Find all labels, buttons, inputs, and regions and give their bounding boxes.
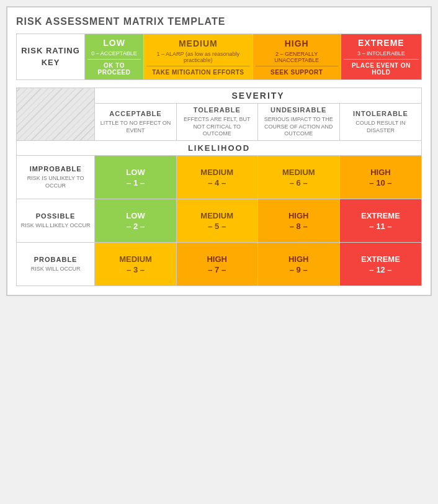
cell-2-1-rating: HIGH [179, 254, 255, 264]
cell-0-3-rating: HIGH [342, 168, 419, 177]
key-label: RISK RATING KEY [17, 34, 85, 80]
key-medium-cell: MEDIUM 1 – ALARP (as low as reasonably p… [144, 34, 253, 80]
table-row: PROBABLE RISK WILL OCCUR MEDIUM – 3 – HI… [17, 243, 422, 286]
severity-col-2-desc: SERIOUS IMPACT TO THE COURSE OF ACTION A… [261, 116, 337, 138]
key-high-divider [256, 66, 338, 66]
severity-col-2-title: UNDESIRABLE [261, 106, 337, 114]
page-title: RISK ASSESSMENT MATRIX TEMPLATE [16, 16, 422, 27]
key-extreme-action: PLACE EVENT ON HOLD [344, 62, 419, 76]
cell-1-0-number: – 2 – [97, 222, 174, 231]
key-low-header: LOW [87, 38, 141, 49]
key-high-cell: HIGH 2 – GENERALLY UNACCEPTABLE SEEK SUP… [253, 34, 341, 80]
severity-col-1-desc: EFFECTS ARE FELT, BUT NOT CRITICAL TO OU… [179, 116, 255, 138]
key-low-cell: LOW 0 – ACCEPTABLE OK TO PROCEED [85, 34, 144, 80]
likelihood-header: LIKELIHOOD [17, 141, 422, 156]
cell-1-0: LOW – 2 – [95, 199, 177, 243]
key-extreme-header: EXTREME [344, 38, 419, 49]
key-medium-divider [146, 66, 250, 66]
row-2-title: PROBABLE [19, 256, 92, 263]
row-probable: PROBABLE RISK WILL OCCUR [17, 243, 95, 286]
cell-2-2: HIGH – 9 – [257, 243, 339, 286]
row-0-desc: RISK IS UNLIKELY TO OCCUR [19, 175, 92, 189]
key-extreme-cell: EXTREME 3 – INTOLERABLE PLACE EVENT ON H… [341, 34, 421, 80]
cell-0-1-rating: MEDIUM [179, 168, 255, 177]
cell-0-2-rating: MEDIUM [261, 168, 337, 177]
cell-1-1: MEDIUM – 5 – [176, 199, 257, 243]
cell-1-2-rating: HIGH [261, 211, 337, 220]
severity-col-0-desc: LITTLE TO NO EFFECT ON EVENT [97, 120, 174, 134]
cell-1-1-rating: MEDIUM [179, 211, 255, 220]
severity-col-undesirable: UNDESIRABLE SERIOUS IMPACT TO THE COURSE… [257, 104, 339, 141]
key-row-label: RISK RATING KEY [21, 46, 80, 66]
cell-0-0-rating: LOW [97, 168, 174, 177]
key-medium-header: MEDIUM [146, 38, 250, 50]
severity-col-1-title: TOLERABLE [179, 106, 255, 114]
key-high-action: SEEK SUPPORT [256, 69, 338, 76]
cell-1-3-number: – 11 – [342, 222, 419, 231]
key-low-action: OK TO PROCEED [87, 62, 141, 76]
severity-col-3-desc: COULD RESULT IN DISASTER [342, 120, 419, 134]
cell-0-1: MEDIUM – 4 – [176, 156, 257, 199]
matrix-table: SEVERITY ACCEPTABLE LITTLE TO NO EFFECT … [16, 88, 422, 286]
key-high-sub: 2 – GENERALLY UNACCEPTABLE [256, 51, 338, 63]
cell-1-0-rating: LOW [97, 211, 174, 220]
key-extreme-divider [344, 59, 419, 60]
cell-2-3-number: – 12 – [342, 265, 419, 274]
table-row: IMPROBABLE RISK IS UNLIKELY TO OCCUR LOW… [17, 156, 422, 199]
key-high-header: HIGH [256, 38, 338, 50]
table-row: POSSIBLE RISK WILL LIKELY OCCUR LOW – 2 … [17, 199, 422, 243]
cell-2-2-rating: HIGH [261, 254, 337, 264]
cell-1-3-rating: EXTREME [342, 211, 419, 220]
cell-0-3-number: – 10 – [342, 178, 419, 187]
cell-2-0: MEDIUM – 3 – [95, 243, 177, 286]
cell-0-1-number: – 4 – [179, 178, 255, 187]
cell-1-2-number: – 8 – [261, 222, 337, 231]
row-0-title: IMPROBABLE [19, 165, 92, 173]
cell-1-1-number: – 5 – [179, 222, 255, 231]
cell-2-2-number: – 9 – [261, 265, 337, 274]
cell-2-1: HIGH – 7 – [176, 243, 257, 286]
severity-header: SEVERITY [95, 88, 422, 104]
row-2-desc: RISK WILL OCCUR [19, 266, 92, 273]
main-container: RISK ASSESSMENT MATRIX TEMPLATE RISK RAT… [6, 6, 432, 296]
cell-2-3: EXTREME – 12 – [339, 243, 421, 286]
cell-1-2: HIGH – 8 – [257, 199, 339, 243]
cell-2-1-number: – 7 – [179, 265, 255, 274]
cell-0-2: MEDIUM – 6 – [257, 156, 339, 199]
key-low-divider [87, 59, 141, 60]
key-extreme-sub: 3 – INTOLERABLE [344, 50, 419, 56]
risk-rating-key-table: RISK RATING KEY LOW 0 – ACCEPTABLE OK TO… [16, 34, 422, 80]
row-1-title: POSSIBLE [19, 212, 92, 220]
severity-col-0-title: ACCEPTABLE [97, 110, 174, 117]
row-1-desc: RISK WILL LIKELY OCCUR [19, 222, 92, 230]
key-medium-sub: 1 – ALARP (as low as reasonably practica… [146, 51, 250, 63]
key-medium-action: TAKE MITIGATION EFFORTS [146, 69, 250, 76]
cell-1-3: EXTREME – 11 – [339, 199, 421, 243]
severity-hatch-top [17, 88, 95, 141]
cell-2-0-rating: MEDIUM [97, 254, 174, 264]
row-possible: POSSIBLE RISK WILL LIKELY OCCUR [17, 199, 95, 243]
cell-0-3: HIGH – 10 – [339, 156, 421, 199]
cell-0-2-number: – 6 – [261, 178, 337, 187]
severity-col-tolerable: TOLERABLE EFFECTS ARE FELT, BUT NOT CRIT… [176, 104, 257, 141]
cell-0-0-number: – 1 – [97, 178, 174, 187]
key-low-sub: 0 – ACCEPTABLE [87, 50, 141, 56]
cell-2-3-rating: EXTREME [342, 254, 419, 264]
cell-0-0: LOW – 1 – [95, 156, 177, 199]
severity-col-intolerable: INTOLERABLE COULD RESULT IN DISASTER [339, 104, 421, 141]
row-improbable: IMPROBABLE RISK IS UNLIKELY TO OCCUR [17, 156, 95, 199]
severity-col-acceptable: ACCEPTABLE LITTLE TO NO EFFECT ON EVENT [95, 104, 177, 141]
severity-col-3-title: INTOLERABLE [342, 110, 419, 117]
cell-2-0-number: – 3 – [97, 265, 174, 274]
